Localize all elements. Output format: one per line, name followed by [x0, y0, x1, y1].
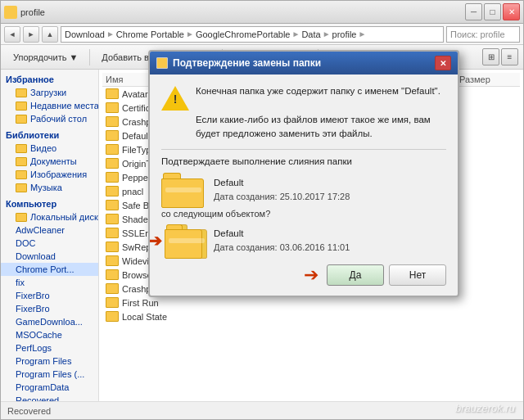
dialog-title-bar: Подтверждение замены папки ✕	[150, 52, 458, 75]
no-button[interactable]: Нет	[389, 264, 446, 286]
dialog-merge-title: Подтверждаете выполнение слияния папки	[161, 156, 446, 166]
dialog-title: Подтверждение замены папки	[173, 57, 435, 69]
merge-arrow-icon: ➔	[148, 231, 162, 251]
dest-folder-icon-wrapper: ➔	[165, 224, 207, 258]
dest-folder-name: Default	[214, 226, 350, 241]
dest-folder-row: ➔ Default Дата создания: 03.06.2016	[161, 224, 446, 258]
dest-folder-date: Дата создания: 03.06.2016 11:01	[214, 241, 350, 255]
dialog-separator	[161, 149, 446, 150]
dialog-footer: ➔ Да Нет	[150, 258, 458, 296]
separator-text: со следующим объектом?	[161, 207, 446, 224]
dest-folder-info: Default Дата создания: 03.06.2016 11:01	[214, 226, 350, 255]
dest-folder-icon	[165, 224, 207, 258]
dialog-body: ! Конечная папка уже содержит папку с им…	[150, 75, 458, 258]
source-folder-name: Default	[214, 175, 350, 190]
dialog-warning-row: ! Конечная папка уже содержит папку с им…	[161, 84, 446, 141]
arrow-icon: ➔	[304, 264, 318, 286]
dialog-warning-text: Конечная папка уже содержит папку с имен…	[196, 84, 446, 141]
dialog-overlay: Подтверждение замены папки ✕ ! Конечная …	[1, 1, 523, 419]
source-folder-info: Default Дата создания: 25.10.2017 17:28	[214, 175, 350, 205]
yes-button[interactable]: Да	[327, 264, 384, 286]
source-folder-row: Default Дата создания: 25.10.2017 17:28	[161, 173, 446, 207]
dialog-title-icon	[156, 57, 168, 69]
confirm-dialog: Подтверждение замены папки ✕ ! Конечная …	[148, 50, 459, 297]
explorer-window: profile ─ □ ✕ ◄ ► ▲ Download ► Chrome Po…	[0, 0, 524, 420]
warning-icon: !	[161, 84, 187, 111]
source-folder-date: Дата создания: 25.10.2017 17:28	[214, 190, 350, 205]
dialog-close-button[interactable]: ✕	[435, 56, 451, 70]
source-folder-icon	[161, 173, 204, 207]
